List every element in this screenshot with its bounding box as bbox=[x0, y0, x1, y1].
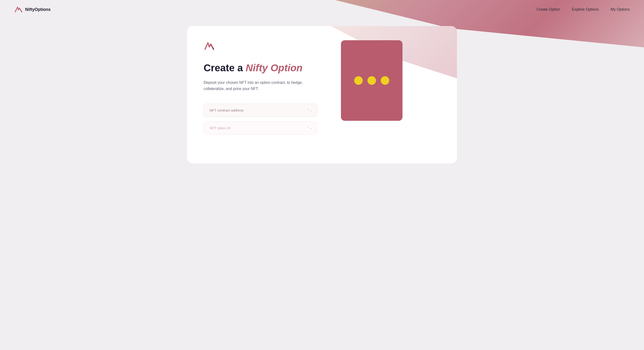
contract-address-form-group: NFT contract address ⌃⌄ bbox=[204, 104, 327, 117]
nft-contract-address-select[interactable]: NFT contract address bbox=[204, 104, 317, 117]
logo-text: NiftyOptions bbox=[25, 7, 51, 12]
card-title-plain: Create a bbox=[204, 62, 246, 74]
nav-item-explore: Explore Options bbox=[572, 7, 599, 12]
card-title: Create a Nifty Option bbox=[204, 62, 327, 74]
main-container: Create a Nifty Option Deposit your chose… bbox=[0, 19, 644, 178]
nav-links: Create Option Explore Options My Options bbox=[536, 7, 630, 12]
card-left: Create a Nifty Option Deposit your chose… bbox=[204, 40, 327, 139]
nft-token-id-input[interactable] bbox=[204, 122, 317, 134]
token-id-wrapper: ⌃⌄ bbox=[204, 122, 317, 134]
card-logo-icon bbox=[204, 40, 215, 52]
card-logo bbox=[204, 40, 327, 52]
nav-item-my: My Options bbox=[610, 7, 630, 12]
nft-dot-2 bbox=[368, 76, 376, 85]
contract-address-wrapper: NFT contract address ⌃⌄ bbox=[204, 104, 317, 117]
nft-preview-card bbox=[341, 40, 402, 121]
token-id-form-group: ⌃⌄ bbox=[204, 122, 327, 134]
navbar: NiftyOptions Create Option Explore Optio… bbox=[0, 0, 644, 19]
card-right bbox=[341, 40, 402, 121]
main-card: Create a Nifty Option Deposit your chose… bbox=[187, 26, 457, 164]
card-title-highlight: Nifty Option bbox=[246, 62, 302, 74]
nav-item-create: Create Option bbox=[536, 7, 560, 12]
card-content: Create a Nifty Option Deposit your chose… bbox=[204, 40, 440, 139]
card-description: Deposit your chosen NFT into an option c… bbox=[204, 80, 308, 92]
nav-link-create-option[interactable]: Create Option bbox=[536, 7, 560, 11]
nft-dot-3 bbox=[381, 76, 389, 85]
nft-dot-1 bbox=[354, 76, 363, 85]
logo-link[interactable]: NiftyOptions bbox=[14, 5, 51, 14]
nav-link-explore-options[interactable]: Explore Options bbox=[572, 7, 599, 11]
nav-link-my-options[interactable]: My Options bbox=[610, 7, 630, 11]
logo-icon bbox=[14, 5, 23, 14]
